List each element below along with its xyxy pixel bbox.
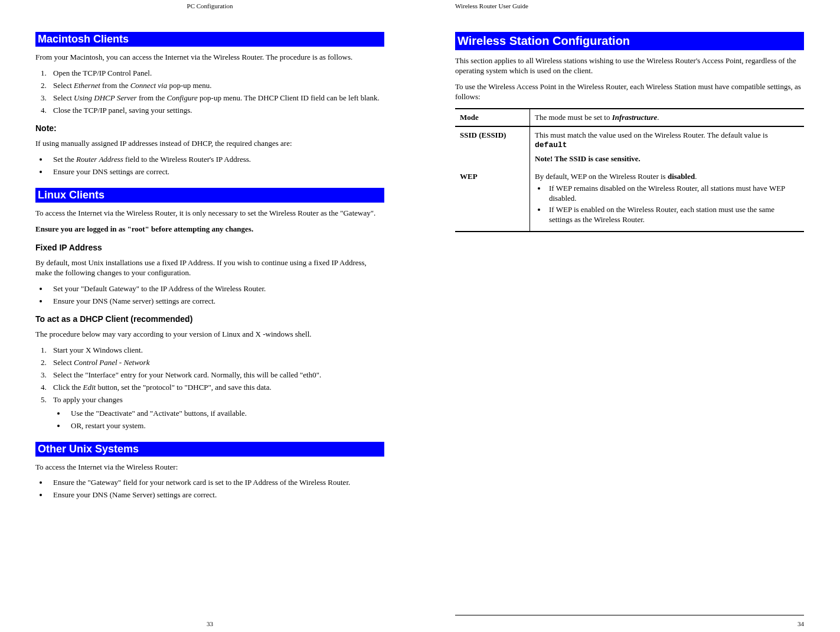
linux-dhcp-substep-1: Use the "Deactivate" and "Activate" butt…: [66, 409, 384, 419]
table-row-mode: Mode The mode must be set to Infrastruct…: [455, 109, 804, 126]
linux-dhcp-step-4: Click the Edit button, set the "protocol…: [48, 383, 384, 393]
page-header-right: Wireless Router User Guide: [455, 0, 804, 21]
wep-list: If WEP remains disabled on the Wireless …: [535, 184, 799, 225]
wep-item-1: If WEP remains disabled on the Wireless …: [547, 184, 799, 204]
cell-ssid-value: This must match the value used on the Wi…: [530, 126, 805, 169]
table-row-wep: WEP By default, WEP on the Wireless Rout…: [455, 168, 804, 232]
mac-step-1: Open the TCP/IP Control Panel.: [48, 69, 384, 79]
cell-ssid-label: SSID (ESSID): [455, 126, 530, 169]
mac-note-item-2: Ensure your DNS settings are correct.: [48, 167, 384, 177]
page-number-right: 34: [797, 620, 804, 627]
linux-fixed-heading: Fixed IP Address: [35, 243, 384, 252]
wsc-p1: This section applies to all Wireless sta…: [455, 56, 804, 76]
table-row-ssid: SSID (ESSID) This must match the value u…: [455, 126, 804, 169]
linux-dhcp-substeps: Use the "Deactivate" and "Activate" butt…: [53, 409, 384, 431]
page-number-left: 33: [207, 620, 213, 627]
linux-fixed-item-2: Ensure your DNS (Name server) settings a…: [48, 297, 384, 307]
heading-macintosh-clients: Macintosh Clients: [35, 32, 384, 47]
heading-wireless-station-config: Wireless Station Configuration: [455, 32, 804, 50]
linux-fixed-item-1: Set your "Default Gateway" to the IP Add…: [48, 284, 384, 294]
wep-item-2: If WEP is enabled on the Wireless Router…: [547, 205, 799, 225]
linux-dhcp-intro: The procedure below may vary according t…: [35, 330, 384, 340]
unix-intro: To access the Internet via the Wireless …: [35, 462, 384, 473]
mac-note-list: Set the Router Address field to the Wire…: [35, 155, 384, 177]
linux-dhcp-steps: Start your X Windows client. Select Cont…: [35, 346, 384, 431]
linux-dhcp-step-3: Select the "Interface" entry for your Ne…: [48, 370, 384, 380]
unix-item-2: Ensure your DNS (Name Server) settings a…: [48, 490, 384, 500]
cell-mode-label: Mode: [455, 109, 530, 126]
linux-intro: To access the Internet via the Wireless …: [35, 209, 384, 219]
unix-item-1: Ensure the "Gateway" field for your netw…: [48, 478, 384, 488]
mac-step-2: Select Ethernet from the Connect via pop…: [48, 81, 384, 91]
cell-mode-value: The mode must be set to Infrastructure.: [530, 109, 805, 126]
mac-step-3: Select Using DHCP Server from the Config…: [48, 93, 384, 103]
linux-dhcp-substep-2: OR, restart your system.: [66, 421, 384, 431]
linux-dhcp-step-1: Start your X Windows client.: [48, 346, 384, 356]
heading-other-unix: Other Unix Systems: [35, 442, 384, 457]
unix-list: Ensure the "Gateway" field for your netw…: [35, 478, 384, 500]
wsc-p2: To use the Wireless Access Point in the …: [455, 82, 804, 102]
cell-wep-label: WEP: [455, 168, 530, 232]
linux-dhcp-step-2: Select Control Panel - Network: [48, 358, 384, 368]
page-right: Wireless Router User Guide Wireless Stat…: [420, 0, 839, 632]
linux-dhcp-heading: To act as a DHCP Client (recommended): [35, 314, 384, 324]
mac-intro: From your Macintosh, you can access the …: [35, 53, 384, 63]
page-header-left: PC Configuration: [35, 0, 384, 21]
footer-rule-right: [455, 615, 804, 615]
linux-warn: Ensure you are logged in as "root" befor…: [35, 224, 384, 234]
page-left: PC Configuration Macintosh Clients From …: [0, 0, 420, 632]
mac-note-item-1: Set the Router Address field to the Wire…: [48, 155, 384, 165]
mac-note-heading: Note:: [35, 123, 384, 133]
mac-note-intro: If using manually assigned IP addresses …: [35, 139, 384, 149]
cell-wep-value: By default, WEP on the Wireless Router i…: [530, 168, 805, 232]
mac-steps: Open the TCP/IP Control Panel. Select Et…: [35, 69, 384, 116]
heading-linux-clients: Linux Clients: [35, 188, 384, 203]
mac-step-4: Close the TCP/IP panel, saving your sett…: [48, 106, 384, 116]
linux-fixed-intro: By default, most Unix installations use …: [35, 258, 384, 278]
linux-fixed-list: Set your "Default Gateway" to the IP Add…: [35, 284, 384, 307]
settings-table: Mode The mode must be set to Infrastruct…: [455, 108, 804, 232]
linux-dhcp-step-5: To apply your changes Use the "Deactivat…: [48, 395, 384, 431]
